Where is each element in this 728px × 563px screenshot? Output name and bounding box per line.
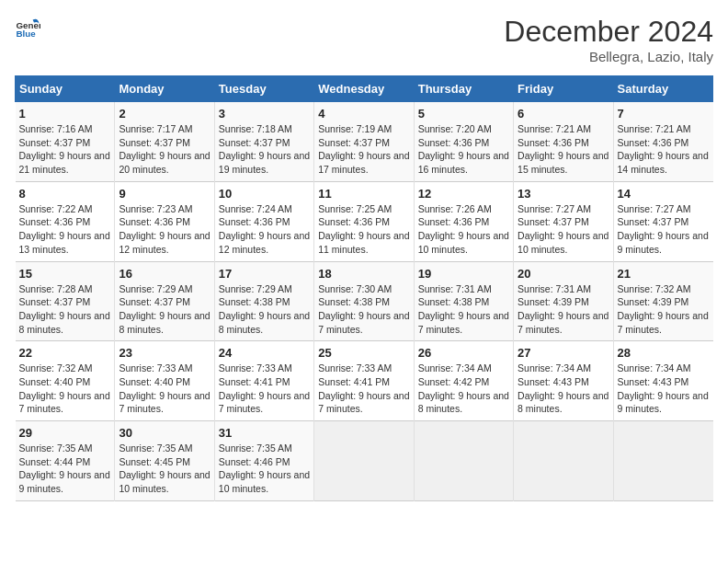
subtitle: Bellegra, Lazio, Italy (504, 49, 713, 64)
day-number: 15 (19, 267, 111, 281)
day-number: 9 (119, 187, 210, 201)
calendar-cell (514, 421, 613, 501)
calendar-cell (613, 421, 712, 501)
calendar-cell (314, 421, 414, 501)
day-info: Sunrise: 7:27 AM Sunset: 4:37 PM Dayligh… (618, 202, 710, 257)
logo: General Blue (15, 15, 40, 40)
main-title: December 2024 (504, 15, 713, 49)
logo-icon: General Blue (15, 15, 40, 40)
calendar-cell: 22Sunrise: 7:32 AM Sunset: 4:40 PM Dayli… (16, 341, 115, 421)
calendar-cell: 7Sunrise: 7:21 AM Sunset: 4:36 PM Daylig… (613, 102, 712, 182)
day-info: Sunrise: 7:21 AM Sunset: 4:36 PM Dayligh… (618, 122, 710, 177)
day-number: 3 (219, 107, 310, 121)
calendar-cell: 1Sunrise: 7:16 AM Sunset: 4:37 PM Daylig… (16, 102, 115, 182)
day-number: 10 (219, 187, 310, 201)
week-row-5: 29Sunrise: 7:35 AM Sunset: 4:44 PM Dayli… (16, 421, 713, 501)
col-header-saturday: Saturday (613, 76, 712, 102)
day-number: 11 (318, 187, 409, 201)
calendar-cell: 8Sunrise: 7:22 AM Sunset: 4:36 PM Daylig… (16, 181, 115, 261)
col-header-wednesday: Wednesday (314, 76, 414, 102)
calendar-cell: 23Sunrise: 7:33 AM Sunset: 4:40 PM Dayli… (115, 341, 214, 421)
day-info: Sunrise: 7:29 AM Sunset: 4:38 PM Dayligh… (219, 282, 310, 337)
day-number: 8 (19, 187, 111, 201)
day-info: Sunrise: 7:17 AM Sunset: 4:37 PM Dayligh… (119, 122, 210, 177)
day-info: Sunrise: 7:32 AM Sunset: 4:40 PM Dayligh… (19, 362, 111, 416)
header: General Blue December 2024 Bellegra, Laz… (15, 15, 713, 64)
calendar-table: SundayMondayTuesdayWednesdayThursdayFrid… (15, 75, 713, 501)
day-info: Sunrise: 7:33 AM Sunset: 4:41 PM Dayligh… (219, 362, 310, 416)
calendar-cell: 13Sunrise: 7:27 AM Sunset: 4:37 PM Dayli… (514, 181, 613, 261)
title-area: December 2024 Bellegra, Lazio, Italy (504, 15, 713, 64)
day-info: Sunrise: 7:27 AM Sunset: 4:37 PM Dayligh… (518, 202, 609, 257)
day-info: Sunrise: 7:19 AM Sunset: 4:37 PM Dayligh… (318, 122, 409, 177)
col-header-tuesday: Tuesday (214, 76, 313, 102)
calendar-cell: 15Sunrise: 7:28 AM Sunset: 4:37 PM Dayli… (16, 261, 115, 341)
day-number: 1 (19, 107, 111, 121)
col-header-thursday: Thursday (414, 76, 513, 102)
day-number: 27 (518, 346, 609, 360)
day-number: 29 (19, 426, 111, 440)
day-number: 22 (19, 346, 111, 360)
day-info: Sunrise: 7:33 AM Sunset: 4:40 PM Dayligh… (119, 362, 210, 416)
week-row-1: 1Sunrise: 7:16 AM Sunset: 4:37 PM Daylig… (16, 102, 713, 182)
calendar-cell: 3Sunrise: 7:18 AM Sunset: 4:37 PM Daylig… (214, 102, 313, 182)
calendar-cell: 20Sunrise: 7:31 AM Sunset: 4:39 PM Dayli… (514, 261, 613, 341)
day-info: Sunrise: 7:31 AM Sunset: 4:38 PM Dayligh… (418, 282, 509, 337)
calendar-cell: 29Sunrise: 7:35 AM Sunset: 4:44 PM Dayli… (16, 421, 115, 501)
calendar-cell: 31Sunrise: 7:35 AM Sunset: 4:46 PM Dayli… (214, 421, 313, 501)
header-row: SundayMondayTuesdayWednesdayThursdayFrid… (16, 76, 713, 102)
day-number: 7 (618, 107, 710, 121)
day-number: 16 (119, 267, 210, 281)
day-number: 30 (119, 426, 210, 440)
week-row-3: 15Sunrise: 7:28 AM Sunset: 4:37 PM Dayli… (16, 261, 713, 341)
day-number: 2 (119, 107, 210, 121)
day-number: 26 (418, 346, 509, 360)
day-info: Sunrise: 7:21 AM Sunset: 4:36 PM Dayligh… (518, 122, 609, 177)
calendar-cell: 11Sunrise: 7:25 AM Sunset: 4:36 PM Dayli… (314, 181, 414, 261)
calendar-cell: 25Sunrise: 7:33 AM Sunset: 4:41 PM Dayli… (314, 341, 414, 421)
calendar-cell: 21Sunrise: 7:32 AM Sunset: 4:39 PM Dayli… (613, 261, 712, 341)
day-info: Sunrise: 7:34 AM Sunset: 4:42 PM Dayligh… (418, 362, 509, 416)
day-info: Sunrise: 7:24 AM Sunset: 4:36 PM Dayligh… (219, 202, 310, 257)
calendar-cell: 19Sunrise: 7:31 AM Sunset: 4:38 PM Dayli… (414, 261, 513, 341)
day-number: 12 (418, 187, 509, 201)
day-number: 17 (219, 267, 310, 281)
day-info: Sunrise: 7:29 AM Sunset: 4:37 PM Dayligh… (119, 282, 210, 337)
day-info: Sunrise: 7:28 AM Sunset: 4:37 PM Dayligh… (19, 282, 111, 337)
day-info: Sunrise: 7:16 AM Sunset: 4:37 PM Dayligh… (19, 122, 111, 177)
day-info: Sunrise: 7:23 AM Sunset: 4:36 PM Dayligh… (119, 202, 210, 257)
day-number: 5 (418, 107, 509, 121)
day-info: Sunrise: 7:18 AM Sunset: 4:37 PM Dayligh… (219, 122, 310, 177)
col-header-friday: Friday (514, 76, 613, 102)
day-number: 24 (219, 346, 310, 360)
day-number: 31 (219, 426, 310, 440)
calendar-cell (414, 421, 513, 501)
day-number: 21 (618, 267, 710, 281)
col-header-sunday: Sunday (16, 76, 115, 102)
col-header-monday: Monday (115, 76, 214, 102)
calendar-cell: 17Sunrise: 7:29 AM Sunset: 4:38 PM Dayli… (214, 261, 313, 341)
calendar-cell: 26Sunrise: 7:34 AM Sunset: 4:42 PM Dayli… (414, 341, 513, 421)
week-row-4: 22Sunrise: 7:32 AM Sunset: 4:40 PM Dayli… (16, 341, 713, 421)
calendar-cell: 12Sunrise: 7:26 AM Sunset: 4:36 PM Dayli… (414, 181, 513, 261)
day-info: Sunrise: 7:26 AM Sunset: 4:36 PM Dayligh… (418, 202, 509, 257)
day-info: Sunrise: 7:35 AM Sunset: 4:45 PM Dayligh… (119, 442, 210, 496)
week-row-2: 8Sunrise: 7:22 AM Sunset: 4:36 PM Daylig… (16, 181, 713, 261)
calendar-cell: 27Sunrise: 7:34 AM Sunset: 4:43 PM Dayli… (514, 341, 613, 421)
day-info: Sunrise: 7:20 AM Sunset: 4:36 PM Dayligh… (418, 122, 509, 177)
day-number: 28 (618, 346, 710, 360)
day-number: 13 (518, 187, 609, 201)
day-number: 19 (418, 267, 509, 281)
calendar-cell: 5Sunrise: 7:20 AM Sunset: 4:36 PM Daylig… (414, 102, 513, 182)
day-number: 18 (318, 267, 409, 281)
calendar-cell: 18Sunrise: 7:30 AM Sunset: 4:38 PM Dayli… (314, 261, 414, 341)
day-info: Sunrise: 7:25 AM Sunset: 4:36 PM Dayligh… (318, 202, 409, 257)
day-info: Sunrise: 7:31 AM Sunset: 4:39 PM Dayligh… (518, 282, 609, 337)
calendar-cell: 28Sunrise: 7:34 AM Sunset: 4:43 PM Dayli… (613, 341, 712, 421)
day-info: Sunrise: 7:35 AM Sunset: 4:46 PM Dayligh… (219, 442, 310, 496)
day-number: 23 (119, 346, 210, 360)
day-number: 6 (518, 107, 609, 121)
calendar-cell: 10Sunrise: 7:24 AM Sunset: 4:36 PM Dayli… (214, 181, 313, 261)
day-number: 25 (318, 346, 409, 360)
day-info: Sunrise: 7:34 AM Sunset: 4:43 PM Dayligh… (518, 362, 609, 416)
